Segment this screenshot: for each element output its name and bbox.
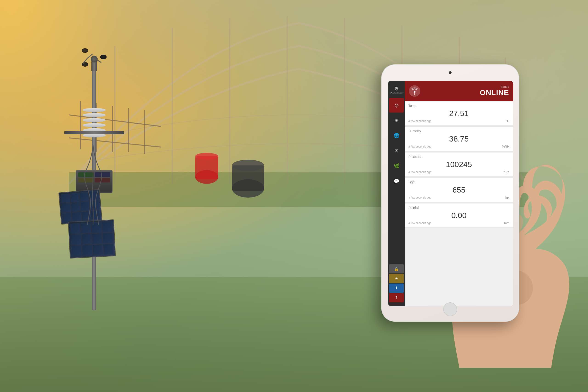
chat-icon: 💬	[394, 178, 399, 184]
temp-unit: ℃	[506, 119, 510, 123]
sidebar-item-settings[interactable]: ⚙ Weather Station	[389, 83, 404, 98]
light-value: 655	[408, 186, 510, 194]
sidebar-item-email[interactable]: ✉	[389, 144, 404, 158]
humidity-value: 38.75	[408, 134, 510, 144]
temp-footer: a few seconds ago ℃	[408, 119, 510, 123]
gear-icon: ⚙	[394, 86, 399, 92]
phone-home-button[interactable]	[443, 302, 457, 316]
svg-point-18	[195, 153, 218, 160]
light-label: Light	[408, 180, 510, 184]
divider-2	[405, 152, 513, 152]
sidebar-bottom: 🔒 ★ i ?	[388, 264, 405, 304]
light-time: a few seconds ago	[408, 196, 431, 199]
rainfall-footer: a few seconds ago mm	[408, 221, 510, 225]
rainfall-time: a few seconds ago	[408, 222, 431, 225]
pressure-label: Pressure	[408, 155, 510, 158]
phone-camera	[449, 71, 452, 74]
pressure-card: Pressure 100245 a few seconds ago hPa	[405, 152, 513, 176]
pressure-unit: hPa	[504, 170, 510, 174]
divider-1	[405, 126, 513, 126]
sensor-cards-container: Temp 27.51 a few seconds ago ℃ Humidity …	[405, 101, 513, 228]
divider-3	[405, 177, 513, 178]
humidity-label: Humidity	[408, 129, 510, 133]
svg-point-21	[232, 160, 264, 171]
sidebar-item-chat[interactable]: 💬	[389, 174, 404, 188]
pressure-footer: a few seconds ago hPa	[408, 170, 510, 174]
divider-4	[405, 202, 513, 203]
app-header: Status ONLINE	[405, 81, 513, 101]
pressure-value: 100245	[408, 160, 510, 169]
star-icon: ★	[395, 276, 398, 281]
sidebar-item-plant[interactable]: 🌿	[389, 158, 404, 173]
satellite-icon-large	[409, 85, 420, 97]
sidebar-help-button[interactable]: ?	[389, 293, 404, 302]
wires	[64, 145, 122, 225]
sidebar-info-button[interactable]: i	[389, 284, 404, 293]
email-icon: ✉	[395, 148, 399, 154]
help-icon: ?	[395, 296, 398, 300]
main-content: Status ONLINE Temp 27.51 a few seconds a…	[405, 81, 513, 306]
rainfall-value: 0.00	[408, 211, 510, 220]
sidebar-lock-button[interactable]: 🔒	[389, 264, 404, 274]
lock-icon: 🔒	[394, 267, 399, 271]
app-sidebar: ⚙ Weather Station ◎ ⊞ 🌐 ✉	[388, 81, 405, 306]
phone-screen: ⚙ Weather Station ◎ ⊞ 🌐 ✉	[388, 81, 513, 306]
light-footer: a few seconds ago lux	[408, 196, 510, 200]
temp-card: Temp 27.51 a few seconds ago ℃	[405, 102, 513, 126]
rainfall-card: Rainfall 0.00 a few seconds ago mm	[405, 204, 513, 228]
humidity-card: Humidity 38.75 a few seconds ago %RH	[405, 127, 513, 151]
monitor-icon: ⊞	[395, 118, 399, 123]
anemometer	[78, 48, 110, 76]
weather-station	[18, 34, 179, 310]
phone: ⚙ Weather Station ◎ ⊞ 🌐 ✉	[381, 64, 519, 322]
info-icon: i	[396, 286, 397, 290]
header-right: Status ONLINE	[480, 85, 509, 97]
radiation-shield	[80, 108, 108, 140]
pressure-time: a few seconds ago	[408, 170, 431, 174]
dashboard-icon: ◎	[395, 102, 399, 108]
sidebar-star-button[interactable]: ★	[389, 274, 404, 283]
sidebar-item-monitor[interactable]: ⊞	[389, 113, 404, 128]
humidity-unit: %RH	[502, 145, 510, 148]
temp-value: 27.51	[408, 109, 510, 118]
rainfall-unit: mm	[504, 221, 510, 225]
sidebar-item-dashboard[interactable]: ◎	[389, 98, 404, 112]
temp-label: Temp	[408, 104, 510, 108]
rainfall-label: Rainfall	[408, 206, 510, 210]
cross-arm	[64, 131, 124, 134]
globe-icon: 🌐	[394, 133, 399, 138]
status-label: Status	[480, 85, 509, 88]
light-unit: lux	[505, 196, 510, 200]
solar-panel-2	[68, 220, 116, 258]
header-left	[409, 85, 420, 97]
humidity-footer: a few seconds ago %RH	[408, 145, 510, 148]
temp-time: a few seconds ago	[408, 120, 431, 123]
sidebar-item-globe[interactable]: 🌐	[389, 128, 404, 143]
humidity-time: a few seconds ago	[408, 145, 431, 148]
status-value: ONLINE	[480, 88, 509, 97]
hand-phone-container: ⚙ Weather Station ◎ ⊞ 🌐 ✉	[363, 46, 570, 368]
plant-icon: 🌿	[394, 163, 399, 169]
light-card: Light 655 a few seconds ago lux	[405, 178, 513, 202]
sidebar-item-label: Weather Station	[390, 92, 403, 94]
